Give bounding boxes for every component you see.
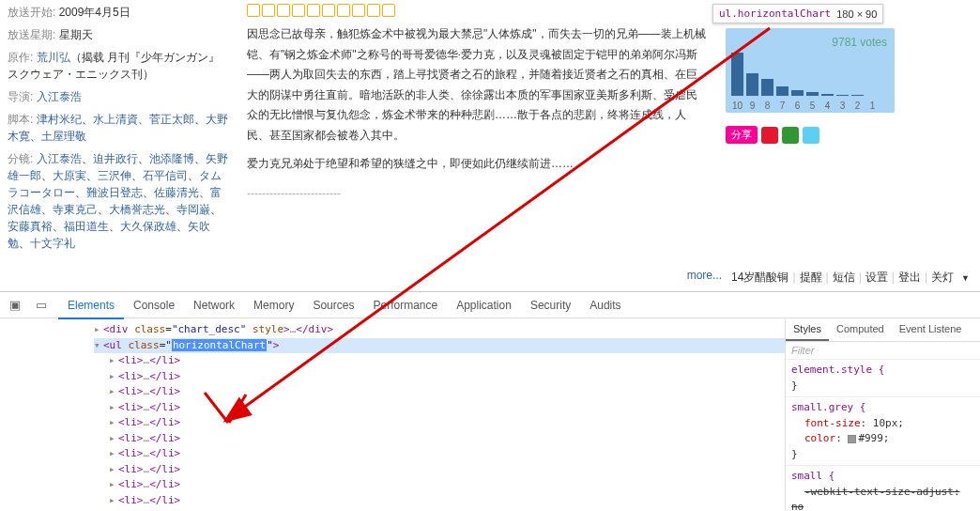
- synopsis-p2: 爱力克兄弟处于绝望和希望的狭缝之中，即便如此仍继续前进……: [247, 154, 707, 175]
- chart-tick: 6: [791, 101, 804, 111]
- air-start-label: 放送开始:: [8, 6, 59, 19]
- top-nav-item[interactable]: 14岁醋酸铜: [728, 271, 791, 284]
- synopsis-p1: 因思念已故母亲，触犯炼金术中被视为最大禁忌"人体炼成"，而失去一切的兄弟——装上…: [247, 24, 707, 147]
- sub-link[interactable]: 迫井政行: [93, 152, 138, 165]
- chart-tick: 8: [761, 101, 773, 111]
- original-label: 原作:: [8, 51, 37, 64]
- devtools-tab[interactable]: Console: [124, 293, 184, 317]
- chart-tick: 5: [806, 101, 819, 111]
- dom-li-node[interactable]: ▸<li>…</li>: [94, 446, 785, 462]
- sub-label: 分镜:: [8, 152, 37, 165]
- chart-bar[interactable]: [731, 53, 743, 96]
- air-day-label: 放送星期:: [8, 28, 59, 41]
- sub-link[interactable]: 三沢伸: [98, 169, 131, 182]
- share-button[interactable]: 分享: [726, 126, 758, 144]
- dom-li-node[interactable]: ▸<li>…</li>: [94, 477, 785, 493]
- chart-bar[interactable]: [806, 92, 819, 96]
- styles-tab[interactable]: Styles: [786, 318, 829, 341]
- dom-li-node[interactable]: ▸<li>…</li>: [94, 353, 785, 369]
- chart-bar[interactable]: [746, 73, 758, 96]
- devtools-tab[interactable]: Memory: [244, 293, 303, 317]
- sub-link[interactable]: 大原実: [53, 169, 86, 182]
- chart-bar[interactable]: [821, 94, 834, 96]
- chart-tick: 4: [821, 101, 834, 111]
- tooltip-dims: 180 × 90: [836, 8, 877, 20]
- dom-li-node[interactable]: ▸<li>…</li>: [94, 493, 785, 509]
- dom-selected-ul[interactable]: ▾<ul class="horizontalChart">: [94, 338, 785, 354]
- top-nav-item[interactable]: 短信: [830, 271, 858, 284]
- chart-bar[interactable]: [791, 90, 804, 96]
- sub-link[interactable]: 難波日登志: [86, 186, 143, 199]
- styles-tab[interactable]: Computed: [829, 318, 892, 341]
- inspect-tooltip: ul.horizontalChart 180 × 90: [712, 4, 883, 23]
- dom-li-node[interactable]: ▸<li>…</li>: [94, 400, 785, 416]
- script-row: 脚本: 津村米纪、水上清資、菅正太郎、大野木寛、土屋理敬: [8, 111, 228, 145]
- devtools-tab[interactable]: Elements: [58, 293, 124, 319]
- chart-tick: 1: [866, 101, 879, 111]
- sub-link[interactable]: 大久保政雄: [120, 220, 176, 233]
- sub-link[interactable]: 石平信司: [143, 169, 188, 182]
- sub-row: 分镜: 入江泰浩、迫井政行、池添隆博、矢野雄一郎、大原実、三沢伸、石平信司、タム…: [8, 150, 228, 252]
- devtools-tab[interactable]: Application: [447, 293, 521, 317]
- chart-bar[interactable]: [776, 86, 789, 96]
- chart-bar[interactable]: [836, 95, 849, 96]
- rule-element-style: element.style {: [791, 364, 884, 376]
- sub-link[interactable]: 寺岡巌: [176, 203, 210, 216]
- sub-link[interactable]: 寺東克己: [53, 203, 98, 216]
- devtools-tab[interactable]: Performance: [363, 293, 447, 317]
- dom-tree[interactable]: ▸<div class="chart_desc" style>…</div> ▾…: [0, 318, 785, 511]
- script-link[interactable]: 土屋理敬: [41, 130, 86, 143]
- chart-tick: 10: [731, 101, 743, 111]
- sub-link[interactable]: 福田道生: [64, 220, 109, 233]
- script-label: 脚本:: [8, 113, 37, 126]
- top-nav-item[interactable]: 关灯: [928, 271, 957, 284]
- more-link[interactable]: more...: [687, 269, 722, 282]
- dom-li-node[interactable]: ▸<li>…</li>: [94, 462, 785, 478]
- air-day-value: 星期天: [59, 28, 93, 41]
- sub-link[interactable]: 入江泰浩: [37, 152, 82, 165]
- inspect-icon[interactable]: ▣: [6, 298, 24, 312]
- twitter-icon[interactable]: [803, 127, 819, 144]
- dom-li-node[interactable]: ▸<li>…</li>: [94, 369, 785, 385]
- divider-dashes: -------------------------: [247, 187, 707, 200]
- dom-li-node[interactable]: ▸<li>…</li>: [94, 384, 785, 400]
- rule-small: small {: [791, 470, 835, 482]
- top-nav-item[interactable]: 提醒: [797, 271, 825, 284]
- director-link[interactable]: 入江泰浩: [37, 90, 82, 103]
- dom-li-node[interactable]: ▸<li>…</li>: [94, 431, 785, 447]
- horizontal-chart[interactable]: 9781 votes 10987654321: [726, 28, 895, 113]
- devtools-tab[interactable]: Network: [184, 293, 244, 317]
- chart-tick: 3: [836, 101, 849, 111]
- styles-filter[interactable]: Filter: [786, 342, 980, 360]
- original-link[interactable]: 荒川弘: [37, 51, 70, 64]
- douban-icon[interactable]: [782, 127, 799, 144]
- sub-link[interactable]: 佐藤清光: [154, 186, 199, 199]
- rule-small-grey: small.grey {: [791, 401, 865, 413]
- styles-panel: StylesComputedEvent Listene Filter eleme…: [785, 318, 980, 511]
- script-link[interactable]: 津村米纪: [37, 113, 82, 126]
- weibo-icon[interactable]: [761, 127, 778, 144]
- top-nav-item[interactable]: 登出: [896, 271, 924, 284]
- sub-link[interactable]: 大橋誉志光: [109, 203, 165, 216]
- chart-tick: 2: [851, 101, 864, 111]
- rating-stars[interactable]: [247, 4, 707, 17]
- tooltip-selector: ul.horizontalChart: [719, 8, 831, 20]
- sub-link[interactable]: 十文字礼: [30, 237, 75, 250]
- top-nav-item[interactable]: 设置: [863, 271, 891, 284]
- sub-link[interactable]: 安藤真裕: [8, 220, 53, 233]
- devtools-tab[interactable]: Security: [521, 293, 580, 317]
- script-link[interactable]: 菅正太郎: [149, 113, 194, 126]
- device-icon[interactable]: ▭: [32, 298, 51, 312]
- sub-link[interactable]: 池添隆博: [149, 152, 194, 165]
- chart-bar[interactable]: [761, 79, 773, 96]
- dom-li-node[interactable]: ▸<li>…</li>: [94, 415, 785, 431]
- chart-votes: 9781 votes: [832, 36, 887, 49]
- devtools-tab[interactable]: Sources: [303, 293, 363, 317]
- devtools-panel: ▣ ▭ ElementsConsoleNetworkMemorySourcesP…: [0, 291, 980, 511]
- script-link[interactable]: 水上清資: [93, 113, 138, 126]
- devtools-tab[interactable]: Audits: [580, 293, 630, 317]
- director-label: 导演:: [8, 90, 37, 103]
- air-start-value: 2009年4月5日: [59, 6, 130, 19]
- styles-tab[interactable]: Event Listene: [892, 318, 970, 341]
- chart-bar[interactable]: [851, 95, 864, 96]
